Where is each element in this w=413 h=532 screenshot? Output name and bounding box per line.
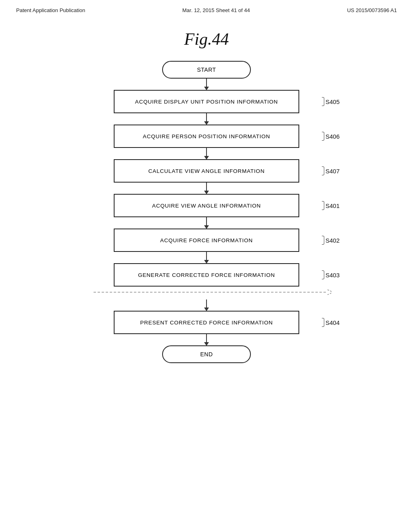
dashed-line-svg [94,289,344,295]
step-s405-box: ACQUIRE DISPLAY UNIT POSITION INFORMATIO… [114,90,299,113]
step-s401-id: S401 [322,201,340,210]
step-s403-box: GENERATE CORRECTED FORCE INFORMATION [114,263,299,287]
step-s405-id: S405 [322,97,340,106]
step-s401-text: ACQUIRE VIEW ANGLE INFORMATION [152,203,261,209]
arrow-4 [206,183,207,194]
header-right: US 2015/0073596 A1 [347,7,397,13]
step-s404-id: S404 [322,318,340,327]
start-node: START [162,61,251,79]
step-s402-box: ACQUIRE FORCE INFORMATION [114,229,299,252]
arrow-3 [206,148,207,159]
step-s404-box: PRESENT CORRECTED FORCE INFORMATION [114,311,299,334]
arrow-7 [206,299,207,311]
dashed-separator [94,289,319,297]
step-s403-id: S403 [322,270,340,279]
arrow-1 [206,79,207,90]
step-s406-id: S406 [322,132,340,141]
step-s406-text: ACQUIRE PERSON POSITION INFORMATION [143,133,270,139]
step-s402-text: ACQUIRE FORCE INFORMATION [160,237,253,243]
header-left: Patent Application Publication [16,7,85,13]
step-s401-box: ACQUIRE VIEW ANGLE INFORMATION [114,194,299,217]
step-s401: ACQUIRE VIEW ANGLE INFORMATION S401 [114,194,299,217]
step-s406-box: ACQUIRE PERSON POSITION INFORMATION [114,125,299,148]
arrow-6 [206,252,207,263]
arrow-8 [206,334,207,345]
step-s407-box: CALCULATE VIEW ANGLE INFORMATION [114,159,299,183]
flowchart: START ACQUIRE DISPLAY UNIT POSITION INFO… [0,61,413,363]
step-s402-id: S402 [322,236,340,245]
arrow-2 [206,113,207,125]
step-s402: ACQUIRE FORCE INFORMATION S402 [114,229,299,252]
step-s407: CALCULATE VIEW ANGLE INFORMATION S407 [114,159,299,183]
step-s404: PRESENT CORRECTED FORCE INFORMATION S404 [114,311,299,334]
end-box: END [162,345,251,363]
start-box: START [162,61,251,79]
step-s405: ACQUIRE DISPLAY UNIT POSITION INFORMATIO… [114,90,299,113]
arrow-5 [206,217,207,229]
figure-title: Fig.44 [0,29,413,49]
header-center: Mar. 12, 2015 Sheet 41 of 44 [182,7,250,13]
end-label: END [200,351,213,357]
step-s403-text: GENERATE CORRECTED FORCE INFORMATION [138,272,275,278]
step-s407-text: CALCULATE VIEW ANGLE INFORMATION [148,168,265,174]
end-node: END [162,345,251,363]
page-header: Patent Application Publication Mar. 12, … [0,0,413,13]
step-s407-id: S407 [322,166,340,175]
step-s406: ACQUIRE PERSON POSITION INFORMATION S406 [114,125,299,148]
step-s403: GENERATE CORRECTED FORCE INFORMATION S40… [114,263,299,287]
step-s404-text: PRESENT CORRECTED FORCE INFORMATION [140,320,273,326]
start-label: START [197,66,216,73]
step-s405-text: ACQUIRE DISPLAY UNIT POSITION INFORMATIO… [135,99,278,105]
